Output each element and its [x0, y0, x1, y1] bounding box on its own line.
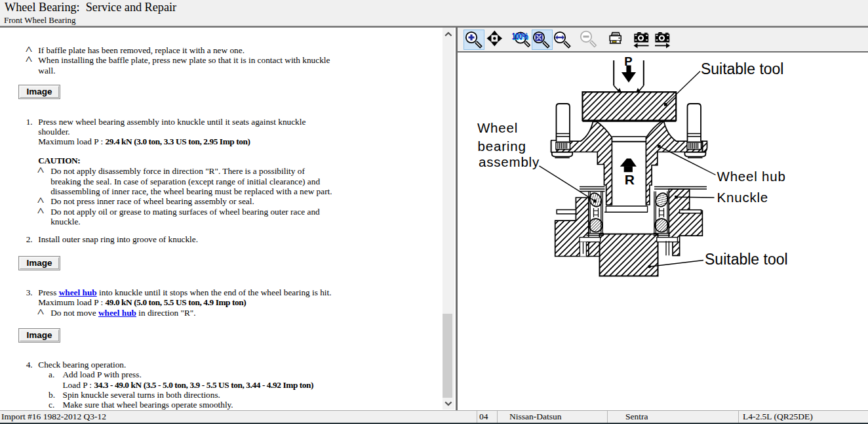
svg-text:Knuckle: Knuckle: [717, 190, 769, 205]
svg-text:bearing: bearing: [478, 138, 526, 154]
svg-text:assembly: assembly: [479, 154, 540, 169]
svg-text:Suitable tool: Suitable tool: [701, 60, 784, 77]
svg-text:Suitable tool: Suitable tool: [705, 251, 788, 268]
svg-text:100%: 100%: [512, 30, 528, 41]
svg-text:Wheel hub: Wheel hub: [717, 169, 786, 184]
svg-text:R: R: [625, 172, 635, 187]
svg-text:Wheel: Wheel: [477, 120, 518, 135]
